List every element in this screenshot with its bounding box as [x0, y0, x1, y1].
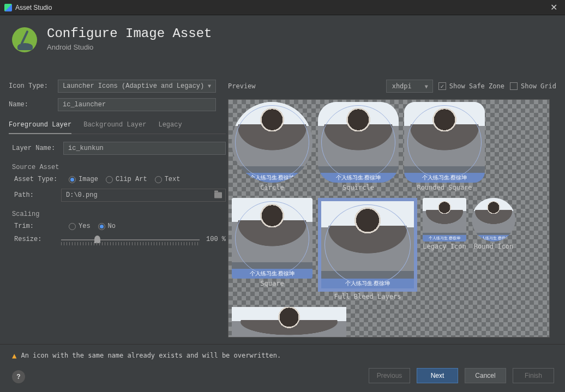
- tab-background-layer[interactable]: Background Layer: [83, 117, 146, 134]
- preview-round-icon: 个人练习生 蔡徐坤 Round Icon: [472, 198, 515, 250]
- android-studio-icon: [4, 4, 12, 11]
- dialog-footer: ▲ An icon with the same name already exi…: [0, 344, 565, 392]
- resize-label: Resize:: [9, 236, 61, 243]
- resize-slider[interactable]: [61, 238, 200, 241]
- android-studio-logo-icon: [12, 27, 37, 52]
- layer-name-label: Layer Name:: [9, 144, 63, 152]
- path-input[interactable]: D:\0.png: [61, 189, 226, 202]
- preview-full-bleed: 个人练习生 蔡徐坤 Full Bleed Layers: [318, 198, 417, 300]
- preview-legacy-icon: 个人练习生 蔡徐坤 Legacy Icon: [423, 198, 466, 250]
- preview-circle: 个人练习生 蔡徐坤 Circle: [232, 102, 312, 191]
- trim-no-radio[interactable]: No: [98, 222, 116, 230]
- icon-type-select[interactable]: Launcher Icons (Adaptive and Legacy) ▼: [58, 80, 216, 93]
- asset-type-image-radio[interactable]: Image: [69, 176, 98, 183]
- scaling-section: Scaling: [9, 207, 226, 222]
- resize-value: 100 %: [206, 236, 226, 243]
- asset-type-label: Asset Type:: [9, 176, 61, 183]
- preview-play-store-icon: [232, 307, 346, 337]
- cancel-button[interactable]: Cancel: [465, 368, 506, 383]
- page-title: Configure Image Asset: [47, 26, 212, 41]
- layer-name-input[interactable]: ic_kunkun: [63, 142, 226, 155]
- trim-yes-radio[interactable]: Yes: [69, 222, 91, 230]
- source-asset-section: Source Asset: [9, 160, 226, 176]
- name-input[interactable]: ic_launcher: [58, 98, 216, 111]
- show-grid-checkbox[interactable]: Show Grid: [510, 82, 556, 90]
- tab-legacy[interactable]: Legacy: [158, 117, 182, 134]
- preview-area: 个人练习生 蔡徐坤 Circle 个人练习生 蔡徐坤 Squircle 个人练习…: [228, 99, 550, 337]
- dialog-header: Configure Image Asset Android Studio: [0, 15, 565, 62]
- preview-squircle: 个人练习生 蔡徐坤 Squircle: [318, 102, 399, 191]
- icon-type-label: Icon Type:: [9, 82, 58, 90]
- page-subtitle: Android Studio: [47, 43, 212, 51]
- name-label: Name:: [9, 101, 58, 108]
- path-label: Path:: [9, 191, 61, 199]
- preview-controls: Preview xhdpi ▼ Show Safe Zone Show Grid: [228, 80, 556, 93]
- config-panel: Icon Type: Launcher Icons (Adaptive and …: [9, 80, 226, 249]
- layer-tabs: Foreground Layer Background Layer Legacy: [9, 117, 226, 134]
- asset-type-clipart-radio[interactable]: Clip Art: [106, 176, 147, 183]
- window-title: Asset Studio: [15, 4, 52, 11]
- warning-icon: ▲: [12, 351, 16, 360]
- title-bar: Asset Studio ✕: [0, 0, 565, 15]
- preview-square: 个人练习生 蔡徐坤 Square: [232, 198, 312, 287]
- density-select[interactable]: xhdpi ▼: [386, 80, 433, 93]
- warning-message: ▲ An icon with the same name already exi…: [12, 351, 281, 360]
- chevron-down-icon: ▼: [425, 83, 428, 89]
- folder-icon[interactable]: [214, 192, 222, 198]
- preview-label: Preview: [228, 82, 256, 90]
- finish-button: Finish: [513, 368, 554, 383]
- close-icon[interactable]: ✕: [547, 2, 561, 13]
- trim-label: Trim:: [9, 222, 61, 230]
- previous-button: Previous: [369, 368, 410, 383]
- preview-rounded-square: 个人练习生 蔡徐坤 Rounded Square: [404, 102, 485, 191]
- next-button[interactable]: Next: [417, 368, 458, 383]
- help-button[interactable]: ?: [12, 370, 25, 383]
- tab-foreground-layer[interactable]: Foreground Layer: [9, 117, 71, 134]
- chevron-down-icon: ▼: [208, 83, 211, 89]
- asset-type-text-radio[interactable]: Text: [155, 176, 181, 183]
- show-safe-zone-checkbox[interactable]: Show Safe Zone: [438, 82, 504, 90]
